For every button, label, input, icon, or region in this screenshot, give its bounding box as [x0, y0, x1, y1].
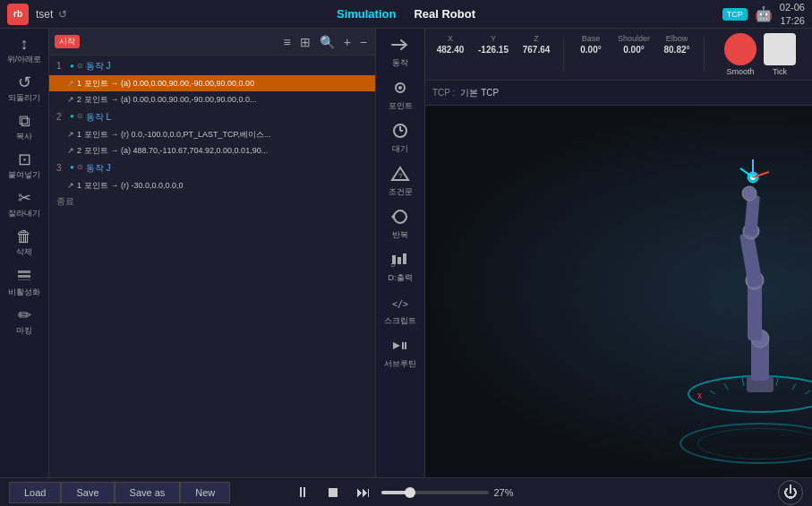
sidebar-item-delete[interactable]: 🗑 삭제 — [3, 225, 46, 262]
tcp-badge: TCP — [722, 8, 748, 21]
save-button[interactable]: Save — [61, 482, 114, 503]
tab-real-robot[interactable]: Real Robot — [414, 7, 475, 21]
condition-cmd-icon: ? — [390, 166, 410, 184]
tab-simulation[interactable]: Simulation — [337, 7, 396, 21]
info-col-y: Y -126.15 — [475, 34, 511, 74]
tree-item-2[interactable]: 2 ● ⊙ 동작 L — [49, 108, 375, 126]
progress-track[interactable] — [381, 491, 489, 494]
top-right: TCP 🤖 02-0617:26 — [722, 1, 805, 27]
tcp-value: 기본 TCP — [460, 87, 499, 99]
sidebar-item-undo[interactable]: ↺ 되돌리기 — [3, 71, 46, 107]
svg-line-21 — [792, 383, 796, 390]
next-button[interactable]: ⏭ — [351, 480, 376, 505]
sidebar-label-copy: 복사 — [16, 131, 32, 142]
svg-line-25 — [710, 390, 715, 394]
save-as-button[interactable]: Save as — [115, 482, 181, 503]
tick-button[interactable] — [764, 33, 796, 65]
datetime-display: 02-0617:26 — [780, 1, 805, 27]
move-cmd-icon — [390, 37, 410, 56]
program-search-icon[interactable]: 🔍 — [317, 34, 338, 50]
sidebar-item-deactivate[interactable]: 비활성화 — [3, 263, 46, 302]
cmd-condition-label: 조건문 — [389, 186, 413, 198]
sidebar-item-copy[interactable]: ⧉ 복사 — [3, 109, 46, 146]
cmd-loop[interactable]: 반복 — [378, 204, 423, 245]
loop-cmd-icon — [390, 209, 410, 227]
svg-rect-13 — [403, 253, 406, 264]
svg-point-4 — [398, 86, 402, 90]
top-tabs: Simulation Real Robot — [337, 7, 475, 21]
cmd-move[interactable]: 동작 — [378, 32, 423, 73]
program-header: 시작 ≡ ⊞ 🔍 + − — [49, 29, 375, 56]
program-grid-icon[interactable]: ⊞ — [297, 34, 313, 50]
robot-status-icon: 🤖 — [755, 5, 773, 22]
tree-item-1-2[interactable]: ↗ 2 포인트 → (a) 0.00,0.00,90.00,-90.00,90.… — [49, 91, 375, 107]
tree-item-2-1[interactable]: ↗ 1 포인트 → (r) 0.0,-100.0,0.0,PT_LAST_TCP… — [49, 126, 375, 142]
svg-line-22 — [805, 390, 810, 394]
program-start-badge: 시작 — [55, 35, 80, 48]
cmd-wait-label: 대기 — [392, 143, 408, 155]
tree-item-3-1[interactable]: ↗ 1 포인트 → (r) -30.0,0.0,0.0,0 — [49, 177, 375, 193]
cmd-subroutine-label: 서브루틴 — [384, 358, 416, 370]
program-menu-icon[interactable]: ≡ — [280, 34, 293, 50]
sidebar-label-updown: 위/아래로 — [7, 54, 42, 65]
paste-icon: ⊡ — [18, 151, 31, 167]
sidebar-label-paste: 붙여넣기 — [8, 169, 40, 181]
svg-line-24 — [724, 383, 728, 390]
cut-icon: ✂ — [18, 190, 31, 206]
sidebar-label-deactivate: 비활성화 — [8, 287, 40, 298]
sidebar-item-paste[interactable]: ⊡ 붙여넣기 — [3, 148, 46, 184]
sidebar-item-mark[interactable]: ✏ 마킹 — [3, 304, 46, 340]
svg-line-23 — [742, 378, 744, 386]
svg-rect-2 — [18, 279, 30, 280]
cmd-point[interactable]: 포인트 — [378, 75, 423, 116]
program-tree: 1 ● ⊙ 동작 J ↗ 1 포인트 → (a) 0.00,0.00,90.00… — [49, 56, 375, 477]
robot-viewport: y x — [425, 106, 812, 477]
svg-text:</>: </> — [392, 299, 408, 309]
point-cmd-icon — [390, 80, 410, 99]
program-remove-icon[interactable]: − — [357, 34, 370, 50]
updown-icon: ↕ — [21, 36, 29, 52]
left-sidebar: ↕ 위/아래로 ↺ 되돌리기 ⧉ 복사 ⊡ 붙여넣기 ✂ 잘라내기 🗑 삭제 — [0, 29, 49, 477]
power-button[interactable]: ⏻ — [778, 480, 803, 505]
cmd-wait[interactable]: 대기 — [378, 118, 423, 159]
svg-text:D: D — [391, 262, 396, 268]
sidebar-item-cut[interactable]: ✂ 잘라내기 — [3, 186, 46, 223]
tcp-label: TCP : — [432, 88, 455, 98]
cmd-subroutine[interactable]: 서브루틴 — [378, 333, 423, 374]
tree-item-2-2[interactable]: ↗ 2 포인트 → (a) 488.70,-110.67,704.92,0.00… — [49, 142, 375, 159]
progress-percentage: 27% — [494, 487, 523, 498]
info-coords: X 482.40 Y -126.15 Z 767.64 Base 0.00° — [425, 29, 812, 80]
sidebar-item-updown[interactable]: ↕ 위/아래로 — [3, 32, 46, 69]
mark-icon: ✏ — [18, 307, 31, 323]
stop-button[interactable]: ⏹ — [321, 480, 346, 505]
new-button[interactable]: New — [180, 482, 230, 503]
smooth-button[interactable] — [724, 33, 756, 65]
refresh-icon[interactable]: ↺ — [58, 8, 67, 21]
sidebar-label-delete: 삭제 — [16, 246, 32, 258]
subroutine-cmd-icon — [390, 338, 410, 356]
pause-button[interactable]: ⏸ — [290, 480, 315, 505]
svg-rect-12 — [397, 257, 401, 264]
program-add-icon[interactable]: + — [341, 34, 354, 50]
copy-icon: ⧉ — [19, 113, 30, 129]
app-container: rb tset ↺ Simulation Real Robot TCP 🤖 02… — [0, 0, 812, 506]
tree-item-3[interactable]: 3 ● ⊙ 동작 J — [49, 159, 375, 177]
cmd-loop-label: 반복 — [392, 229, 408, 241]
viewport: TCP : 기본 TCP ⚙ — [425, 81, 812, 477]
cmd-condition[interactable]: ? 조건문 — [378, 161, 423, 202]
svg-rect-31 — [748, 282, 762, 340]
info-col-base: Base 0.00° — [573, 34, 609, 74]
info-col-shoulder: Shoulder 0.00° — [616, 34, 652, 74]
cmd-output[interactable]: D D:출력 — [378, 247, 423, 288]
tree-item-1-1[interactable]: ↗ 1 포인트 → (a) 0.00,0.00,90.00,-90.00,90.… — [49, 75, 375, 91]
svg-text:x: x — [697, 390, 702, 400]
tree-item-1[interactable]: 1 ● ⊙ 동작 J — [49, 57, 375, 75]
svg-point-36 — [742, 186, 756, 201]
robot-inner-circle — [697, 428, 812, 459]
cmd-script[interactable]: </> 스크립트 — [378, 290, 423, 331]
load-button[interactable]: Load — [9, 482, 61, 503]
info-col-x: X 482.40 — [432, 34, 468, 74]
cmd-script-label: 스크립트 — [384, 315, 416, 327]
bottom-bar: Load Save Save as New ⏸ ⏹ ⏭ 27% ⏻ — [0, 477, 812, 506]
progress-thumb — [405, 487, 415, 498]
